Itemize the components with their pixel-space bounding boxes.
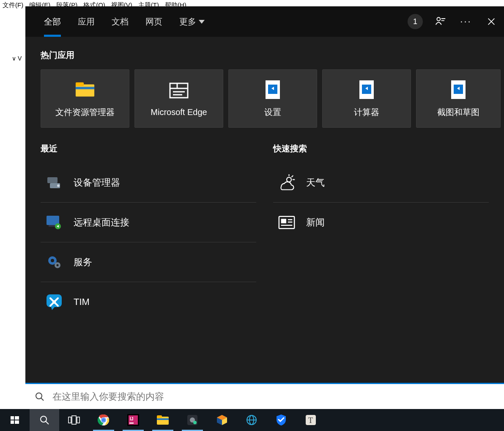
- svg-point-20: [57, 184, 60, 187]
- start-button[interactable]: [0, 409, 30, 431]
- tile-label: 截图和草图: [437, 107, 479, 118]
- top-tile-file-explorer[interactable]: 文件资源管理器: [41, 69, 129, 128]
- chevron-down-icon: ∨: [12, 55, 16, 62]
- search-icon: [35, 392, 45, 402]
- item-label: 远程桌面连接: [74, 216, 129, 229]
- svg-rect-1: [76, 84, 94, 96]
- search-input[interactable]: [52, 391, 495, 402]
- windows-search-overlay: 全部 应用 文档 网页 更多 1 ···: [25, 6, 504, 409]
- tencent-guard-button[interactable]: [266, 409, 296, 431]
- intellij-button[interactable]: IJ: [118, 409, 148, 431]
- darkcube-icon: [186, 414, 198, 426]
- svg-point-54: [102, 418, 106, 422]
- tab-apps[interactable]: 应用: [69, 6, 103, 37]
- svg-rect-48: [68, 417, 71, 423]
- search-icon: [39, 415, 49, 425]
- snip-icon: [448, 80, 468, 100]
- svg-text:IJ: IJ: [130, 417, 133, 421]
- svg-rect-49: [72, 416, 76, 424]
- svg-point-46: [41, 416, 47, 422]
- item-label: 服务: [74, 256, 92, 269]
- svg-rect-60: [157, 415, 162, 418]
- svg-rect-58: [129, 423, 134, 424]
- chrome-button[interactable]: [89, 409, 118, 431]
- quick-item-weather[interactable]: 天气: [273, 163, 489, 203]
- svg-line-34: [292, 176, 293, 177]
- svg-rect-36: [281, 219, 286, 223]
- calculator-icon: [356, 80, 377, 100]
- options-button[interactable]: ···: [453, 6, 479, 37]
- recent-item-device-manager[interactable]: 设备管理器: [41, 163, 256, 203]
- top-tile-calculator[interactable]: 计算器: [322, 69, 411, 128]
- services-icon: [45, 253, 63, 272]
- chevron-down-icon: [199, 20, 205, 24]
- browser-globe-button[interactable]: [237, 409, 266, 431]
- recent-item-services[interactable]: 服务: [41, 242, 256, 282]
- quick-item-news[interactable]: 新闻: [273, 203, 489, 242]
- svg-rect-50: [77, 417, 79, 423]
- recent-item-tim[interactable]: TIM: [41, 282, 256, 322]
- weather-icon: [277, 173, 296, 192]
- svg-point-30: [52, 300, 56, 304]
- tile-label: Microsoft Edge: [151, 107, 207, 117]
- tab-all[interactable]: 全部: [36, 6, 69, 37]
- quick-column: 快速搜索 天气: [273, 143, 489, 322]
- tab-docs[interactable]: 文档: [103, 6, 137, 37]
- svg-rect-4: [170, 83, 188, 98]
- svg-point-64: [193, 421, 197, 424]
- close-icon: [487, 17, 496, 26]
- tim-icon: [45, 293, 63, 311]
- close-button[interactable]: [479, 6, 504, 37]
- virtualbox-button[interactable]: [207, 409, 237, 431]
- taskview-button[interactable]: [59, 409, 89, 431]
- svg-point-25: [51, 259, 54, 262]
- top-tile-snip[interactable]: 截图和草图: [416, 69, 501, 128]
- recent-column: 最近 设备管理器: [41, 143, 256, 322]
- file-explorer-icon: [75, 80, 95, 100]
- globe-icon: [246, 414, 257, 426]
- tile-label: 文件资源管理器: [55, 107, 115, 118]
- news-icon: [277, 213, 296, 232]
- file-explorer-button[interactable]: [148, 409, 178, 431]
- background-tree-item[interactable]: ∨ V: [12, 55, 22, 62]
- svg-rect-44: [11, 420, 14, 424]
- svg-rect-43: [15, 416, 19, 420]
- background-tree-label: V: [18, 55, 22, 62]
- rewards-badge[interactable]: 1: [403, 6, 428, 37]
- edge-icon: [169, 80, 189, 101]
- typora-icon: T: [305, 414, 317, 426]
- file-explorer-icon: [156, 415, 169, 426]
- recent-title: 最近: [41, 143, 256, 154]
- svg-rect-61: [157, 418, 169, 420]
- svg-marker-29: [51, 307, 55, 310]
- typora-button[interactable]: T: [296, 409, 326, 431]
- svg-rect-45: [15, 420, 19, 424]
- svg-point-0: [437, 17, 440, 21]
- item-label: 天气: [306, 176, 325, 189]
- intellij-icon: IJ: [127, 414, 139, 426]
- top-apps-title: 热门应用: [41, 49, 489, 61]
- search-button[interactable]: [30, 409, 59, 431]
- search-tabs: 全部 应用 文档 网页 更多 1 ···: [25, 6, 504, 37]
- svg-point-27: [57, 264, 59, 266]
- search-bar[interactable]: [25, 383, 504, 409]
- top-apps-grid: 文件资源管理器 Microsoft Edge: [41, 69, 489, 128]
- svg-point-31: [287, 177, 291, 182]
- search-content: 热门应用 文件资源管理器: [25, 37, 504, 383]
- taskview-icon: [68, 415, 80, 425]
- top-tile-edge[interactable]: Microsoft Edge: [134, 69, 223, 128]
- tab-web[interactable]: 网页: [137, 6, 171, 37]
- feedback-icon: [435, 16, 446, 27]
- svg-rect-18: [47, 177, 58, 183]
- recent-item-remote-desktop[interactable]: 远程桌面连接: [41, 203, 256, 242]
- virtualbox-icon: [216, 414, 228, 426]
- tab-more[interactable]: 更多: [171, 6, 213, 37]
- remote-desktop-icon: [45, 213, 63, 232]
- chrome-icon: [97, 414, 110, 426]
- device-manager-icon: [45, 173, 63, 192]
- top-tile-settings[interactable]: 设置: [228, 69, 317, 128]
- tile-label: 设置: [264, 107, 281, 118]
- menu-file[interactable]: 文件(F): [3, 1, 23, 9]
- feedback-button[interactable]: [428, 6, 453, 37]
- app-dark-button[interactable]: [178, 409, 207, 431]
